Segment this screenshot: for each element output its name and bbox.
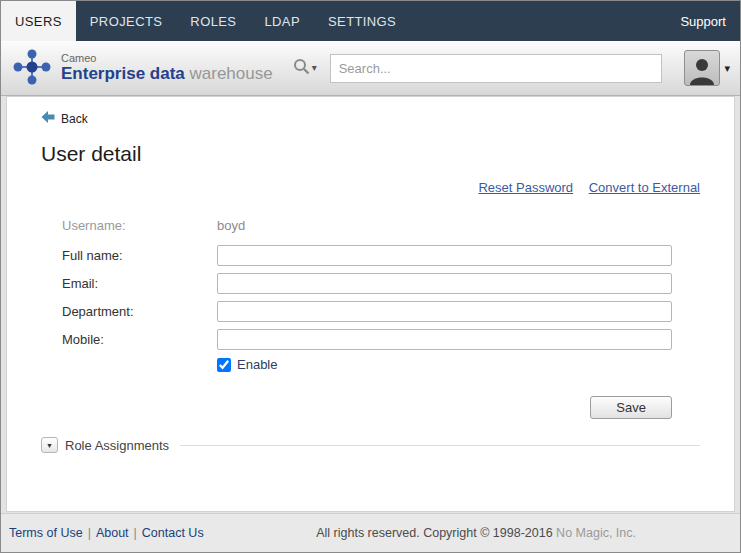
footer-separator: | [134,526,137,540]
search-scope-button[interactable]: ▾ [289,54,321,82]
form-row: Full name: [62,245,672,266]
enable-checkbox[interactable] [217,358,231,372]
department-label: Department: [62,304,217,319]
footer: Terms of Use|About|Contact Us All rights… [1,513,740,552]
terms-of-use-link[interactable]: Terms of Use [9,526,83,540]
reset-password-link[interactable]: Reset Password [478,180,573,195]
search-input[interactable] [330,54,662,83]
email-field[interactable] [217,273,672,294]
app-logo[interactable]: Cameo Enterprise data warehouse [11,48,273,89]
logo-product-light: warehouse [190,64,273,83]
user-detail-form: Username: boyd Full name: Email: Departm… [41,215,672,372]
form-row: Mobile: [62,329,672,350]
tab-users[interactable]: USERS [1,1,76,41]
username-value: boyd [217,218,245,233]
full-name-label: Full name: [62,248,217,263]
tab-settings[interactable]: SETTINGS [314,1,410,41]
role-assignments-section: ▼ Role Assignments [41,437,700,453]
search-area: ▾ [289,54,662,83]
form-row: Email: [62,273,672,294]
contact-us-link[interactable]: Contact Us [142,526,204,540]
mobile-label: Mobile: [62,332,217,347]
footer-separator: | [88,526,91,540]
section-divider [180,445,700,446]
main-content: Back User detail Reset Password Convert … [6,96,735,512]
mobile-field[interactable] [217,329,672,350]
department-field[interactable] [217,301,672,322]
email-label: Email: [62,276,217,291]
username-row: Username: boyd [62,215,672,235]
triangle-down-icon: ▼ [46,442,53,449]
save-row: Save [41,396,672,419]
logo-text: Cameo Enterprise data warehouse [61,53,273,82]
footer-links: Terms of Use|About|Contact Us [9,526,204,540]
page-title: User detail [41,142,700,166]
convert-to-external-link[interactable]: Convert to External [589,180,700,195]
user-menu: ▾ [684,50,730,86]
enable-row: Enable [217,357,672,372]
enable-label[interactable]: Enable [237,357,277,372]
back-label: Back [61,112,88,126]
header-bar: Cameo Enterprise data warehouse ▾ [1,41,740,96]
tab-ldap[interactable]: LDAP [250,1,314,41]
top-nav: USERS PROJECTS ROLES LDAP SETTINGS Suppo… [1,1,740,41]
copyright-company: No Magic, Inc. [556,526,636,540]
form-row: Department: [62,301,672,322]
action-links: Reset Password Convert to External [41,180,700,195]
save-button[interactable]: Save [590,396,672,419]
search-icon [293,58,310,78]
back-link[interactable]: Back [41,111,88,126]
chevron-down-icon[interactable]: ▾ [724,62,730,75]
username-label: Username: [62,218,217,233]
copyright-text: All rights reserved. Copyright © 1998-20… [316,526,636,540]
about-link[interactable]: About [96,526,129,540]
back-arrow-icon [41,111,55,126]
user-avatar[interactable] [684,50,720,86]
copyright-main: All rights reserved. Copyright © 1998-20… [316,526,552,540]
tab-projects[interactable]: PROJECTS [76,1,177,41]
chevron-down-icon: ▾ [312,63,317,73]
full-name-field[interactable] [217,245,672,266]
tab-roles[interactable]: ROLES [176,1,250,41]
role-assignments-toggle[interactable]: ▼ [41,437,58,453]
logo-product-bold: Enterprise data [61,64,185,83]
support-link[interactable]: Support [666,1,740,41]
cameo-logo-icon [11,48,53,89]
role-assignments-label[interactable]: Role Assignments [65,438,169,453]
